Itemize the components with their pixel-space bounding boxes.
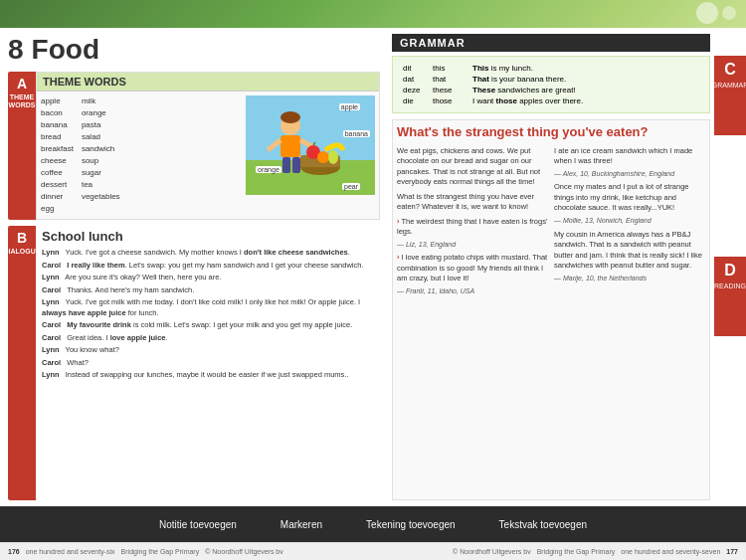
word-orange: orange (82, 107, 120, 119)
word-breakfast: breakfast (41, 143, 74, 155)
notitie-btn[interactable]: Notitie toevoegen (147, 515, 249, 534)
grammar-section: GRAMMAR dit this This is my lunch. dat t… (392, 34, 710, 113)
section-b-label: B DIALOGUE (8, 226, 36, 500)
circle-1 (696, 2, 718, 24)
footer-copyright-2: © Noordhoff Uitgevers bv (453, 548, 531, 555)
grammar-example-2: That is your banana there. (468, 74, 703, 85)
section-a-sublabel: THEMEWORDS (9, 93, 36, 108)
speaker-lynn-2: Lynn (42, 273, 60, 281)
word-sandwich: sandwich (82, 143, 120, 155)
markeren-btn[interactable]: Markeren (269, 515, 334, 534)
section-c-letter: C (724, 61, 736, 79)
dialogue-line-10: Lynn Instead of swapping our lunches, ma… (42, 370, 374, 381)
footer-copyright-1: © Noordhoff Uitgevers bv (205, 548, 283, 555)
svg-rect-7 (282, 157, 290, 173)
tekstvak-btn[interactable]: Tekstvak toevoegen (487, 515, 599, 534)
speech-carol-2: Thanks. And here's my ham sandwich. (67, 285, 194, 294)
pear-label: pear (342, 183, 360, 190)
grammar-cell-dit: dit (399, 63, 429, 74)
grammar-row-1: dit this This is my lunch. (399, 63, 703, 74)
word-apple: apple (41, 95, 74, 107)
section-d-letter: D (724, 262, 736, 280)
grammar-row-2: dat that That is your banana there. (399, 74, 703, 85)
grammar-cell-these: these (429, 85, 468, 95)
speech-carol-4: Great idea. I love apple juice. (67, 333, 167, 342)
apple-label: apple (339, 103, 360, 110)
chapter-number: 8 (8, 34, 24, 66)
section-b-letter: B (17, 230, 27, 246)
speaker-lynn-1: Lynn (42, 248, 60, 257)
section-d-sublabel: READING (714, 282, 746, 290)
section-a-letter: A (17, 76, 27, 92)
svg-rect-8 (292, 157, 300, 173)
page-container: 8 Food A THEMEWORDS THEME WORDS apple ba… (0, 0, 746, 560)
svg-rect-4 (280, 135, 300, 157)
footer-publisher-left: Bridging the Gap Primary (121, 548, 200, 555)
section-d-label-block: D READING (714, 257, 746, 336)
words-columns: apple bacon banana bread breakfast chees… (41, 95, 242, 215)
grammar-row-4: die those I want those apples over there… (399, 95, 703, 106)
section-b-sublabel: DIALOGUE (4, 248, 41, 256)
circle-2 (722, 6, 736, 20)
chapter-header: 8 Food (8, 34, 380, 66)
orange-label: orange (256, 166, 281, 173)
section-a-label: A THEMEWORDS (8, 72, 36, 220)
speech-lynn-5: Instead of swapping our lunches, maybe i… (66, 370, 349, 379)
speech-lynn-2: Are you sure it's okay? Well then, here … (65, 273, 221, 281)
attribution-5: — Marije, 10, the Netherlands (554, 274, 705, 283)
word-salad: salad (82, 131, 120, 143)
footer-left: 176 one hundred and seventy-six Bridging… (8, 548, 283, 555)
grammar-row-3: deze these These sandwiches are great! (399, 85, 703, 95)
word-banana: banana (41, 119, 74, 131)
strange-question: What is the strangest thing you have eve… (397, 192, 548, 213)
dialogue-line-9: Carol What? (42, 358, 374, 369)
dialogue-line-3: Lynn Are you sure it's okay? Well then, … (42, 273, 374, 283)
strange-quote-2: › I love eating potato chips with mustar… (397, 253, 548, 284)
decorative-circles (696, 2, 736, 24)
word-soup: soup (82, 155, 120, 167)
dialogue-line-8: Lynn You know what? (42, 345, 374, 356)
speech-lynn-3: Yuck. I've got milk with me today. I don… (42, 297, 360, 317)
speaker-carol-2: Carol (42, 285, 61, 294)
strange-content: We eat pigs, chickens and cows. We put c… (397, 146, 705, 300)
word-tea: tea (82, 179, 120, 191)
theme-image: apple banana orange pear (246, 95, 375, 195)
word-vegetables: vegetables (82, 191, 120, 203)
page-number-right: 177 (726, 548, 738, 555)
speech-carol-5: What? (67, 358, 89, 367)
dialogue-line-1: Lynn Yuck. I've got a cheese sandwich. M… (42, 248, 374, 259)
svg-point-13 (317, 151, 329, 163)
footer-text-right: one hundred and seventy-seven (621, 548, 720, 555)
word-bread: bread (41, 131, 74, 143)
word-sugar: sugar (82, 167, 120, 179)
strange-section: What's the strangest thing you've eaten?… (392, 119, 710, 500)
strange-right-col: I ate an ice cream sandwich which I made… (554, 146, 705, 300)
dialogue-line-5: Lynn Yuck. I've got milk with me today. … (42, 297, 374, 318)
strange-quote-3: I ate an ice cream sandwich which I made… (554, 146, 705, 167)
theme-words-content: apple bacon banana bread breakfast chees… (37, 92, 379, 219)
word-pasta: pasta (82, 119, 120, 131)
chapter-title: Food (32, 34, 99, 66)
word-column-1: apple bacon banana bread breakfast chees… (41, 95, 74, 215)
grammar-header: GRAMMAR (392, 34, 710, 52)
section-a: A THEMEWORDS THEME WORDS apple bacon ban… (8, 72, 380, 220)
svg-point-3 (280, 111, 300, 123)
speaker-carol-3: Carol (42, 320, 61, 329)
speech-carol-3: My favourite drink is cold milk. Let's s… (67, 320, 352, 329)
speaker-carol-5: Carol (42, 358, 61, 367)
word-egg: egg (41, 203, 74, 215)
word-cheese: cheese (41, 155, 74, 167)
attribution-1: — Liz, 13, England (397, 240, 548, 250)
speech-lynn-1: Yuck. I've got a cheese sandwich. My mot… (66, 248, 350, 257)
grammar-cell-deze: deze (399, 85, 429, 95)
word-column-2: milk orange pasta salad sandwich soup su… (82, 95, 120, 215)
grammar-cell-dat: dat (399, 74, 429, 85)
grammar-cell-those: those (429, 95, 468, 106)
section-b: B DIALOGUE School lunch Lynn Yuck. I've … (8, 226, 380, 500)
tekening-btn[interactable]: Tekening toevoegen (354, 515, 467, 534)
section-c-label-block: C GRAMMAR (714, 56, 746, 135)
attribution-3: — Alex, 10, Buckinghamshire, England (554, 169, 705, 179)
grammar-table-inner: dit this This is my lunch. dat that That… (399, 63, 703, 106)
speaker-lynn-4: Lynn (42, 345, 60, 354)
dialogue-line-6: Carol My favourite drink is cold milk. L… (42, 320, 374, 331)
